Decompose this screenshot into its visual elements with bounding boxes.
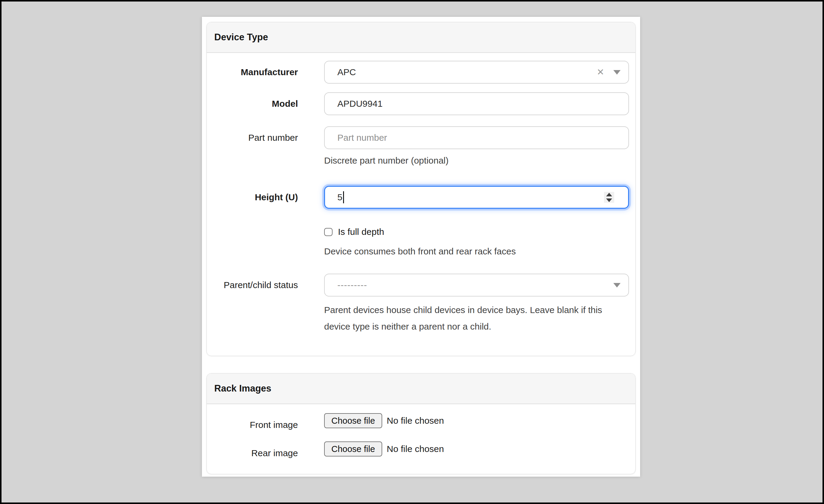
full-depth-row: Is full depth bbox=[216, 227, 629, 237]
device-type-card-body: Manufacturer APC ✕ Model Part number bbox=[207, 53, 635, 356]
front-image-choose-file-button[interactable]: Choose file bbox=[324, 413, 382, 428]
full-depth-checkbox[interactable] bbox=[324, 228, 332, 236]
part-number-field-group: Discrete part number (optional) bbox=[324, 126, 629, 167]
front-image-row: Front image Choose file No file chosen bbox=[216, 413, 629, 428]
chevron-down-icon[interactable] bbox=[613, 70, 621, 75]
full-depth-check-group: Is full depth bbox=[324, 227, 629, 237]
parent-child-label: Parent/child status bbox=[216, 274, 298, 296]
rear-image-file-input: Choose file No file chosen bbox=[324, 442, 629, 457]
front-image-label: Front image bbox=[216, 417, 298, 432]
number-spinner[interactable] bbox=[604, 192, 614, 203]
full-depth-checkbox-label: Is full depth bbox=[338, 227, 384, 237]
rear-image-choose-file-button[interactable]: Choose file bbox=[324, 442, 382, 457]
manufacturer-selected-value: APC bbox=[337, 67, 597, 77]
front-image-file-input: Choose file No file chosen bbox=[324, 413, 629, 428]
model-row: Model bbox=[216, 92, 629, 115]
model-label: Model bbox=[216, 92, 298, 115]
device-type-card-title: Device Type bbox=[214, 32, 268, 43]
height-label: Height (U) bbox=[216, 186, 298, 209]
part-number-help-text: Discrete part number (optional) bbox=[324, 154, 629, 167]
parent-child-selected-value: --------- bbox=[337, 280, 613, 290]
full-depth-help-text: Device consumes both front and rear rack… bbox=[324, 245, 629, 258]
rear-image-row: Rear image Choose file No file chosen bbox=[216, 442, 629, 457]
rear-image-label: Rear image bbox=[216, 446, 298, 461]
parent-child-row: Parent/child status --------- Parent dev… bbox=[216, 274, 629, 335]
spinner-up-icon[interactable] bbox=[606, 193, 612, 197]
manufacturer-label: Manufacturer bbox=[216, 61, 298, 84]
parent-child-help-text: Parent devices house child devices in de… bbox=[324, 301, 629, 335]
parent-child-select[interactable]: --------- bbox=[324, 274, 629, 296]
rack-images-card: Rack Images Front image Choose file No f… bbox=[206, 373, 636, 474]
manufacturer-select[interactable]: APC ✕ bbox=[324, 61, 629, 84]
screen-background: Device Type Manufacturer APC ✕ Model bbox=[0, 0, 824, 504]
rear-image-file-status: No file chosen bbox=[387, 444, 444, 454]
text-cursor bbox=[343, 191, 344, 203]
device-type-card-header: Device Type bbox=[207, 22, 635, 53]
model-input[interactable] bbox=[324, 92, 629, 115]
full-depth-help-row: Device consumes both front and rear rack… bbox=[216, 245, 629, 258]
chevron-down-icon[interactable] bbox=[613, 283, 621, 287]
rack-images-card-header: Rack Images bbox=[207, 374, 635, 404]
spinner-down-icon[interactable] bbox=[606, 199, 612, 202]
content-panel: Device Type Manufacturer APC ✕ Model bbox=[202, 17, 640, 477]
part-number-input[interactable] bbox=[324, 126, 629, 149]
device-type-card: Device Type Manufacturer APC ✕ Model bbox=[206, 22, 636, 356]
height-input[interactable]: 5 bbox=[324, 186, 629, 209]
rack-images-card-body: Front image Choose file No file chosen R… bbox=[207, 404, 635, 474]
height-row: Height (U) 5 bbox=[216, 186, 629, 209]
parent-child-field-group: --------- Parent devices house child dev… bbox=[324, 274, 629, 335]
manufacturer-row: Manufacturer APC ✕ bbox=[216, 61, 629, 84]
rack-images-card-title: Rack Images bbox=[214, 383, 272, 394]
height-input-value: 5 bbox=[337, 192, 342, 203]
front-image-file-status: No file chosen bbox=[387, 415, 444, 426]
part-number-row: Part number Discrete part number (option… bbox=[216, 126, 629, 167]
part-number-label: Part number bbox=[216, 126, 298, 149]
clear-selection-icon[interactable]: ✕ bbox=[597, 68, 604, 77]
